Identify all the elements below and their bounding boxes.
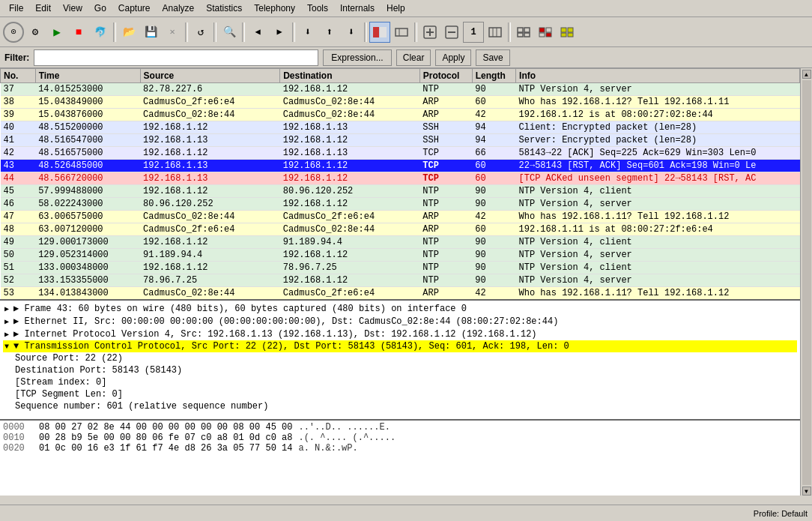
reload-button[interactable]: ↺ (190, 22, 211, 43)
table-row[interactable]: 50129.05231400091.189.94.4192.168.1.12NT… (1, 249, 800, 262)
table-row[interactable]: 53134.013843000CadmusCo_02:8e:44CadmusCo… (1, 287, 800, 300)
detail-line[interactable]: [TCP Segment Len: 0] (3, 388, 797, 400)
detail-pane: ▶ Frame 43: 60 bytes on wire (480 bits),… (0, 301, 800, 421)
options-button[interactable]: ⚙ (25, 22, 46, 43)
colorize-button[interactable] (369, 22, 390, 43)
next-button[interactable]: ▶ (269, 22, 290, 43)
apply-button[interactable]: Apply (435, 49, 471, 66)
interface-button[interactable]: ⊙ (3, 22, 24, 43)
svg-rect-0 (373, 27, 379, 37)
menu-internals[interactable]: Internals (334, 1, 381, 15)
table-row[interactable]: 4448.566720000192.168.1.13192.168.1.12TC… (1, 172, 800, 185)
detail-line[interactable]: Source Port: 22 (22) (3, 352, 797, 364)
scroll-up-button[interactable]: ▲ (802, 70, 811, 79)
table-cell: 60 (472, 223, 515, 236)
hex-row: 001000 28 b9 5e 00 00 80 06 fe 07 c0 a8 … (3, 433, 797, 443)
detail-line[interactable]: [Stream index: 0] (3, 376, 797, 388)
scroll-thumb[interactable] (802, 80, 811, 485)
table-cell: 192.168.1.13 (280, 147, 420, 160)
col-dst: Destination (280, 69, 420, 83)
table-row[interactable]: 4763.006575000CadmusCo_02:8e:44CadmusCo_… (1, 211, 800, 223)
table-cell: 91.189.94.4 (140, 249, 280, 262)
table-row[interactable]: 3815.043849000CadmusCo_2f:e6:e4CadmusCo_… (1, 96, 800, 109)
normal-size-button[interactable]: 1 (463, 22, 484, 43)
table-cell: 192.168.1.12 (280, 274, 420, 287)
detail-line[interactable]: Destination Port: 58143 (58143) (3, 364, 797, 376)
resize-button[interactable] (485, 22, 506, 43)
menu-statistics[interactable]: Statistics (200, 1, 248, 15)
svg-rect-13 (524, 28, 530, 32)
detail-line[interactable]: Sequence number: 601 (relative sequence … (3, 400, 797, 412)
menu-capture[interactable]: Capture (112, 1, 157, 15)
table-cell: 192.168.1.13 (140, 172, 280, 185)
menu-analyze[interactable]: Analyze (157, 1, 201, 15)
menu-help[interactable]: Help (381, 1, 411, 15)
svg-rect-22 (561, 33, 566, 37)
resolve-names-button[interactable] (535, 22, 556, 43)
menu-go[interactable]: Go (88, 1, 112, 15)
table-row[interactable]: 4658.02224300080.96.120.252192.168.1.12N… (1, 198, 800, 211)
table-row[interactable]: 4148.516547000192.168.1.13192.168.1.12SS… (1, 134, 800, 147)
table-cell: 48.516547000 (35, 134, 140, 147)
table-cell: 94 (472, 134, 515, 147)
filter-input[interactable] (34, 49, 318, 66)
table-row[interactable]: 4348.526485000192.168.1.13192.168.1.12TC… (1, 160, 800, 172)
menu-view[interactable]: View (57, 1, 88, 15)
top-button[interactable]: ⬆ (319, 22, 340, 43)
save-button[interactable]: 💾 (140, 22, 161, 43)
table-cell: 43 (1, 160, 36, 172)
close-button[interactable]: ✕ (162, 22, 183, 43)
wireshark-settings-button[interactable] (557, 22, 578, 43)
bottom-button[interactable]: ⬇ (341, 22, 362, 43)
detail-line[interactable]: ▶ Ethernet II, Src: 00:00:00 00:00:00 (0… (3, 315, 797, 328)
filterbar: Filter: Expression... Clear Apply Save (0, 47, 812, 68)
table-row[interactable]: 4557.999488000192.168.1.1280.96.120.252N… (1, 185, 800, 198)
hex-offset: 0000 (3, 422, 33, 433)
table-cell: 42 (1, 147, 36, 160)
stop-button[interactable]: ■ (68, 22, 89, 43)
main-scrollbar[interactable]: ▲ ▼ (800, 68, 812, 496)
table-row[interactable]: 52133.15335500078.96.7.25192.168.1.12NTP… (1, 274, 800, 287)
table-cell: 91.189.94.4 (280, 236, 420, 249)
start-button[interactable]: ▶ (46, 22, 67, 43)
zoom-in-button[interactable] (419, 22, 440, 43)
table-row[interactable]: 4048.515200000192.168.1.12192.168.1.13SS… (1, 121, 800, 134)
table-cell: 63.006575000 (35, 211, 140, 223)
open-button[interactable]: 📂 (118, 22, 139, 43)
table-row[interactable]: 4248.516575000192.168.1.12192.168.1.13TC… (1, 147, 800, 160)
hex-ascii: .(. ^.... (.^..... (298, 433, 396, 443)
detail-line[interactable]: ▼ Transmission Control Protocol, Src Por… (3, 340, 797, 352)
save-filter-button[interactable]: Save (476, 49, 509, 66)
menu-edit[interactable]: Edit (29, 1, 57, 15)
table-row[interactable]: 4863.007120000CadmusCo_2f:e6:e4CadmusCo_… (1, 223, 800, 236)
menu-telephony[interactable]: Telephony (248, 1, 301, 15)
detail-line[interactable]: ▶ Internet Protocol Version 4, Src: 192.… (3, 328, 797, 340)
expand-subtree-button[interactable] (513, 22, 534, 43)
table-row[interactable]: 51133.000348000192.168.1.1278.96.7.25NTP… (1, 262, 800, 274)
find-button[interactable]: 🔍 (219, 22, 240, 43)
restart-button[interactable]: 🐬 (90, 22, 111, 43)
table-cell: 192.168.1.12 (280, 134, 420, 147)
table-cell: CadmusCo_2f:e6:e4 (140, 96, 280, 109)
detail-line[interactable]: ▶ Frame 43: 60 bytes on wire (480 bits),… (3, 302, 797, 315)
zoom-out-button[interactable] (441, 22, 462, 43)
menu-tools[interactable]: Tools (301, 1, 334, 15)
table-cell: 22→58143 [RST, ACK] Seq=601 Ack=198 Win=… (516, 160, 800, 172)
table-cell: 192.168.1.12 (280, 160, 420, 172)
scroll-down-button[interactable]: ▼ (802, 487, 811, 496)
filter-label: Filter: (4, 52, 29, 63)
menu-file[interactable]: File (3, 1, 29, 15)
autosize-button[interactable] (391, 22, 412, 43)
table-row[interactable]: 3714.01525300082.78.227.6192.168.1.12NTP… (1, 83, 800, 96)
expression-button[interactable]: Expression... (323, 49, 391, 66)
table-cell: ARP (419, 211, 472, 223)
table-cell: 48.566720000 (35, 172, 140, 185)
zoom-in-icon (423, 25, 437, 39)
table-cell: 192.168.1.12 (280, 198, 420, 211)
clear-button[interactable]: Clear (396, 49, 431, 66)
table-row[interactable]: 49129.000173000192.168.1.1291.189.94.4NT… (1, 236, 800, 249)
goto-button[interactable]: ⬇ (297, 22, 318, 43)
prev-button[interactable]: ◀ (247, 22, 268, 43)
table-cell: 192.168.1.13 (280, 121, 420, 134)
table-row[interactable]: 3915.043876000CadmusCo_02:8e:44CadmusCo_… (1, 109, 800, 121)
